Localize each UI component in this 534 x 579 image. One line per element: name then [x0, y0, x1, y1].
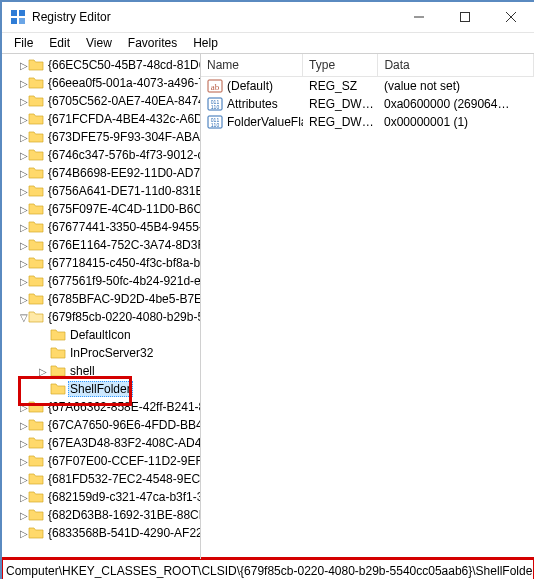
folder-icon — [28, 75, 44, 91]
svg-rect-3 — [19, 18, 25, 24]
menu-edit[interactable]: Edit — [41, 34, 78, 52]
expand-icon[interactable]: ▷ — [20, 510, 28, 521]
value-type: REG_DWORD — [303, 115, 378, 129]
tree-node-label: {6756A641-DE71-11d0-831B- — [46, 184, 200, 198]
svg-text:110: 110 — [211, 122, 220, 128]
value-row[interactable]: ab(Default)REG_SZ(value not set) — [201, 77, 534, 95]
value-data: 0xa0600000 (269064… — [378, 97, 534, 111]
maximize-button[interactable] — [442, 2, 488, 32]
tree-node[interactable]: ▷{682D63B8-1692-31BE-88CD — [2, 506, 200, 524]
value-name: (Default) — [227, 79, 273, 93]
tree-node[interactable]: ▷{677561f9-50fc-4b24-921d-e — [2, 272, 200, 290]
tree-node[interactable]: ▷shell — [2, 362, 200, 380]
value-data: (value not set) — [378, 79, 534, 93]
folder-icon — [28, 291, 44, 307]
tree-node[interactable]: ShellFolder — [2, 380, 200, 398]
tree-node[interactable]: ▷{67718415-c450-4f3c-bf8a-b — [2, 254, 200, 272]
value-type: REG_DWORD — [303, 97, 378, 111]
expand-icon[interactable]: ▷ — [36, 366, 50, 377]
tree-node[interactable]: ▷{67A66362-858E-42ff-B241-8 — [2, 398, 200, 416]
folder-icon — [50, 345, 66, 361]
folder-icon — [28, 309, 44, 325]
tree-node[interactable]: ▷{6746c347-576b-4f73-9012-c — [2, 146, 200, 164]
expand-icon[interactable]: ▷ — [20, 60, 28, 71]
tree-node[interactable]: ▷{67677441-3350-45B4-9455-4 — [2, 218, 200, 236]
expand-icon[interactable]: ▽ — [20, 312, 28, 323]
expand-icon[interactable]: ▷ — [20, 222, 28, 233]
expand-icon[interactable]: ▷ — [20, 240, 28, 251]
expand-icon[interactable]: ▷ — [20, 492, 28, 503]
folder-icon — [28, 201, 44, 217]
expand-icon[interactable]: ▷ — [20, 150, 28, 161]
expand-icon[interactable]: ▷ — [20, 204, 28, 215]
col-header-name[interactable]: Name — [201, 54, 303, 76]
expand-icon[interactable]: ▷ — [20, 528, 28, 539]
value-row[interactable]: 011110FolderValueFlagsREG_DWORD0x0000000… — [201, 113, 534, 131]
tree-node[interactable]: ▽{679f85cb-0220-4080-b29b-5 — [2, 308, 200, 326]
list-scroll[interactable]: Name Type Data ab(Default)REG_SZ(value n… — [201, 54, 534, 559]
svg-text:110: 110 — [211, 104, 220, 110]
expand-icon[interactable]: ▷ — [20, 132, 28, 143]
expand-icon[interactable]: ▷ — [20, 258, 28, 269]
folder-icon — [28, 399, 44, 415]
menu-view[interactable]: View — [78, 34, 120, 52]
tree-scroll[interactable]: ▷{66EC5C50-45B7-48cd-81D6▷{66eea0f5-001a… — [2, 54, 200, 559]
tree-node[interactable]: ▷{681FD532-7EC2-4548-9ECE- — [2, 470, 200, 488]
tree-node-label: {6785BFAC-9D2D-4be5-B7E7 — [46, 292, 200, 306]
tree-node-label: {675F097E-4C4D-11D0-B6C1 — [46, 202, 200, 216]
expand-icon[interactable]: ▷ — [20, 186, 28, 197]
tree-node[interactable]: InProcServer32 — [2, 344, 200, 362]
expand-icon[interactable]: ▷ — [20, 294, 28, 305]
tree-node[interactable]: ▷{67EA3D48-83F2-408C-AD46 — [2, 434, 200, 452]
folder-icon — [28, 183, 44, 199]
tree-node[interactable]: ▷{674B6698-EE92-11D0-AD71- — [2, 164, 200, 182]
expand-icon[interactable]: ▷ — [20, 114, 28, 125]
expand-icon[interactable]: ▷ — [20, 96, 28, 107]
statusbar: Computer\HKEY_CLASSES_ROOT\CLSID\{679f85… — [2, 559, 534, 579]
list-header: Name Type Data — [201, 54, 534, 77]
tree-node-label: InProcServer32 — [68, 346, 155, 360]
folder-icon — [28, 435, 44, 451]
expand-icon[interactable]: ▷ — [20, 276, 28, 287]
expand-icon[interactable]: ▷ — [20, 78, 28, 89]
tree-node[interactable]: ▷{6785BFAC-9D2D-4be5-B7E7 — [2, 290, 200, 308]
close-button[interactable] — [488, 2, 534, 32]
menu-favorites[interactable]: Favorites — [120, 34, 185, 52]
titlebar: Registry Editor — [2, 2, 534, 33]
value-icon: 011110 — [207, 114, 223, 130]
menu-help[interactable]: Help — [185, 34, 226, 52]
tree-node[interactable]: ▷{6833568B-541D-4290-AF22- — [2, 524, 200, 542]
expand-icon[interactable]: ▷ — [20, 474, 28, 485]
svg-rect-1 — [19, 10, 25, 16]
tree-node[interactable]: ▷{66eea0f5-001a-4073-a496-7 — [2, 74, 200, 92]
expand-icon[interactable]: ▷ — [20, 456, 28, 467]
col-header-type[interactable]: Type — [303, 54, 378, 76]
tree-node[interactable]: ▷{682159d9-c321-47ca-b3f1-3 — [2, 488, 200, 506]
expand-icon[interactable]: ▷ — [20, 402, 28, 413]
tree-node-label: {67F07E00-CCEF-11D2-9EF9- — [46, 454, 200, 468]
tree-node[interactable]: ▷{676E1164-752C-3A74-8D3F- — [2, 236, 200, 254]
expand-icon[interactable]: ▷ — [20, 438, 28, 449]
tree-node[interactable]: ▷{673DFE75-9F93-304F-ABA8- — [2, 128, 200, 146]
minimize-button[interactable] — [396, 2, 442, 32]
tree-node[interactable]: ▷{675F097E-4C4D-11D0-B6C1 — [2, 200, 200, 218]
tree-node[interactable]: ▷{6756A641-DE71-11d0-831B- — [2, 182, 200, 200]
folder-icon — [28, 255, 44, 271]
value-row[interactable]: 011110AttributesREG_DWORD0xa0600000 (269… — [201, 95, 534, 113]
tree-node[interactable]: ▷{67F07E00-CCEF-11D2-9EF9- — [2, 452, 200, 470]
window-title: Registry Editor — [32, 10, 111, 24]
folder-icon — [28, 471, 44, 487]
col-header-data[interactable]: Data — [378, 54, 534, 76]
tree-node[interactable]: ▷{6705C562-0AE7-40EA-8474- — [2, 92, 200, 110]
tree-node-label: {66EC5C50-45B7-48cd-81D6 — [46, 58, 200, 72]
tree-node[interactable]: ▷{67CA7650-96E6-4FDD-BB43 — [2, 416, 200, 434]
menu-file[interactable]: File — [6, 34, 41, 52]
expand-icon[interactable]: ▷ — [20, 168, 28, 179]
expand-icon[interactable]: ▷ — [20, 420, 28, 431]
tree-node[interactable]: ▷{66EC5C50-45B7-48cd-81D6 — [2, 56, 200, 74]
tree-node-label: {6746c347-576b-4f73-9012-c — [46, 148, 200, 162]
status-path: Computer\HKEY_CLASSES_ROOT\CLSID\{679f85… — [6, 564, 534, 578]
tree-node[interactable]: ▷{671FCFDA-4BE4-432c-A6D3 — [2, 110, 200, 128]
tree-node-label: ShellFolder — [68, 381, 133, 397]
tree-node[interactable]: DefaultIcon — [2, 326, 200, 344]
